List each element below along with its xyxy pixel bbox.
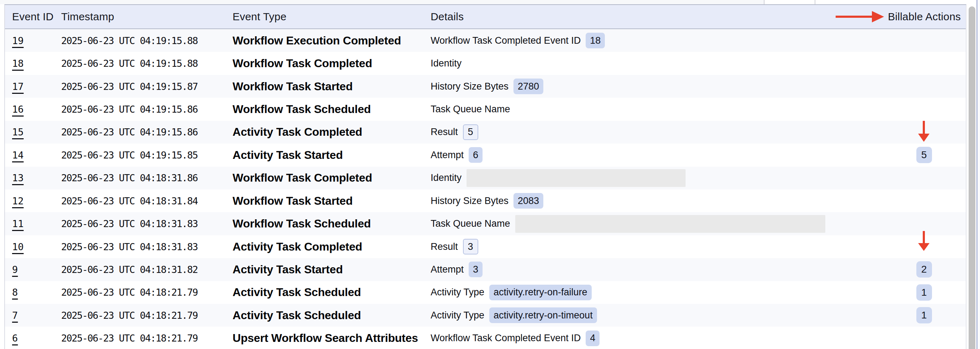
event-type-label: Workflow Task Completed bbox=[232, 171, 372, 184]
billable-actions-cell bbox=[882, 121, 966, 144]
event-id-link[interactable]: 12 bbox=[12, 195, 24, 206]
event-timestamp: 2025-06-23 UTC 04:18:21.79 bbox=[61, 333, 198, 344]
detail-key-label: Workflow Task Completed Event ID bbox=[431, 333, 581, 344]
event-table-body: 19 2025-06-23 UTC 04:19:15.88 Workflow E… bbox=[5, 29, 966, 349]
detail-key-label: Task Queue Name bbox=[431, 104, 510, 115]
column-header-billable-actions: Billable Actions bbox=[882, 5, 966, 29]
event-type-label: Workflow Task Started bbox=[232, 80, 353, 93]
event-id-link[interactable]: 14 bbox=[12, 150, 24, 161]
billable-actions-count: 5 bbox=[916, 147, 932, 163]
table-row[interactable]: 15 2025-06-23 UTC 04:19:15.86 Activity T… bbox=[5, 121, 966, 144]
window-edge-margin bbox=[977, 0, 980, 349]
column-header-event-id: Event ID bbox=[5, 5, 61, 29]
event-timestamp: 2025-06-23 UTC 04:18:31.83 bbox=[61, 241, 198, 252]
event-type-label: Workflow Task Scheduled bbox=[232, 217, 371, 230]
detail-key-label: Result bbox=[431, 127, 458, 138]
event-details-cell: Attempt 6 bbox=[431, 144, 882, 166]
redacted-value-box bbox=[515, 215, 825, 233]
billable-actions-cell bbox=[882, 189, 966, 212]
event-type-label: Activity Task Scheduled bbox=[232, 309, 361, 322]
top-strip-divider bbox=[815, 0, 815, 4]
event-timestamp: 2025-06-23 UTC 04:18:31.86 bbox=[61, 172, 198, 183]
detail-key-label: Activity Type bbox=[431, 287, 484, 298]
event-timestamp: 2025-06-23 UTC 04:19:15.86 bbox=[61, 127, 198, 138]
event-id-link[interactable]: 7 bbox=[12, 310, 18, 321]
billable-actions-cell: 2 bbox=[882, 258, 966, 281]
event-type-label: Workflow Task Scheduled bbox=[232, 103, 371, 116]
event-details-cell: Attempt 3 bbox=[431, 258, 882, 281]
billable-actions-count: 2 bbox=[916, 261, 932, 278]
column-header-event-type: Event Type bbox=[232, 5, 431, 29]
table-row[interactable]: 14 2025-06-23 UTC 04:19:15.85 Activity T… bbox=[5, 144, 966, 166]
event-id-link[interactable]: 15 bbox=[12, 127, 24, 138]
detail-value-chip: 4 bbox=[585, 330, 600, 346]
table-row[interactable]: 19 2025-06-23 UTC 04:19:15.88 Workflow E… bbox=[5, 29, 966, 52]
event-id-link[interactable]: 11 bbox=[12, 218, 24, 229]
table-row[interactable]: 18 2025-06-23 UTC 04:19:15.88 Workflow T… bbox=[5, 52, 966, 75]
event-id-link[interactable]: 18 bbox=[12, 58, 24, 69]
detail-value-chip: 3 bbox=[463, 239, 478, 254]
event-timestamp: 2025-06-23 UTC 04:18:21.79 bbox=[61, 287, 198, 298]
event-type-label: Activity Task Started bbox=[232, 263, 343, 276]
table-row[interactable]: 11 2025-06-23 UTC 04:18:31.83 Workflow T… bbox=[5, 212, 966, 235]
billable-actions-count: 1 bbox=[916, 307, 932, 324]
detail-value-chip: 6 bbox=[469, 147, 482, 163]
table-row[interactable]: 16 2025-06-23 UTC 04:19:15.86 Workflow T… bbox=[5, 98, 966, 121]
event-type-label: Activity Task Started bbox=[232, 149, 343, 162]
event-details-cell: Result 5 bbox=[431, 121, 882, 144]
event-id-link[interactable]: 10 bbox=[12, 241, 24, 252]
event-id-link[interactable]: 17 bbox=[12, 81, 24, 92]
detail-key-label: Activity Type bbox=[431, 310, 484, 321]
table-row[interactable]: 8 2025-06-23 UTC 04:18:21.79 Activity Ta… bbox=[5, 281, 966, 304]
event-id-link[interactable]: 19 bbox=[12, 35, 24, 46]
event-timestamp: 2025-06-23 UTC 04:19:15.88 bbox=[61, 58, 198, 69]
billable-actions-cell bbox=[882, 327, 966, 349]
table-row[interactable]: 10 2025-06-23 UTC 04:18:31.83 Activity T… bbox=[5, 235, 966, 258]
event-timestamp: 2025-06-23 UTC 04:19:15.87 bbox=[61, 81, 198, 92]
detail-key-label: Attempt bbox=[431, 264, 464, 275]
detail-value-chip: activity.retry-on-failure bbox=[489, 285, 592, 300]
detail-value-chip: 2083 bbox=[514, 193, 543, 209]
detail-key-label: Identity bbox=[431, 172, 461, 183]
event-type-label: Workflow Task Completed bbox=[232, 57, 372, 70]
billable-actions-cell bbox=[882, 29, 966, 52]
event-id-link[interactable]: 13 bbox=[12, 172, 24, 183]
billable-actions-cell bbox=[882, 212, 966, 235]
scrollbar[interactable] bbox=[968, 0, 977, 349]
table-header-row: Event ID Timestamp Event Type Details Bi… bbox=[5, 5, 966, 29]
detail-value-chip: 2780 bbox=[514, 79, 543, 94]
event-details-cell: Activity Type activity.retry-on-timeout bbox=[431, 304, 882, 327]
event-details-cell: Identity bbox=[431, 52, 882, 75]
detail-value-chip: 5 bbox=[463, 124, 478, 140]
table-row[interactable]: 12 2025-06-23 UTC 04:18:31.84 Workflow T… bbox=[5, 189, 966, 212]
table-row[interactable]: 6 2025-06-23 UTC 04:18:21.79 Upsert Work… bbox=[5, 327, 966, 349]
event-details-cell: History Size Bytes 2780 bbox=[431, 75, 882, 98]
detail-key-label: Attempt bbox=[431, 150, 464, 161]
event-timestamp: 2025-06-23 UTC 04:18:31.84 bbox=[61, 195, 198, 206]
table-row[interactable]: 7 2025-06-23 UTC 04:18:21.79 Activity Ta… bbox=[5, 304, 966, 327]
detail-key-label: History Size Bytes bbox=[431, 81, 509, 92]
event-type-label: Activity Task Scheduled bbox=[232, 286, 361, 299]
table-row[interactable]: 13 2025-06-23 UTC 04:18:31.86 Workflow T… bbox=[5, 167, 966, 189]
event-id-link[interactable]: 8 bbox=[12, 287, 18, 298]
event-details-cell: Workflow Task Completed Event ID 18 bbox=[431, 29, 882, 52]
top-strip-divider bbox=[764, 0, 765, 4]
event-id-link[interactable]: 9 bbox=[12, 264, 18, 275]
table-row[interactable]: 9 2025-06-23 UTC 04:18:31.82 Activity Ta… bbox=[5, 258, 966, 281]
table-row[interactable]: 17 2025-06-23 UTC 04:19:15.87 Workflow T… bbox=[5, 75, 966, 98]
column-header-timestamp: Timestamp bbox=[61, 5, 232, 29]
billable-actions-count: 1 bbox=[916, 284, 932, 301]
event-id-link[interactable]: 16 bbox=[12, 104, 24, 115]
scrollbar-thumb[interactable] bbox=[969, 6, 975, 349]
billable-actions-cell bbox=[882, 235, 966, 258]
workflow-event-history-screen: Event ID Timestamp Event Type Details Bi… bbox=[0, 0, 980, 349]
billable-actions-cell bbox=[882, 167, 966, 189]
event-id-link[interactable]: 6 bbox=[12, 333, 18, 344]
detail-key-label: History Size Bytes bbox=[431, 195, 509, 206]
detail-value-chip: activity.retry-on-timeout bbox=[489, 308, 597, 323]
detail-key-label: Result bbox=[431, 241, 458, 252]
event-details-cell: History Size Bytes 2083 bbox=[431, 189, 882, 212]
billable-actions-cell bbox=[882, 52, 966, 75]
top-strip bbox=[0, 0, 980, 4]
event-details-cell: Identity bbox=[431, 167, 882, 189]
